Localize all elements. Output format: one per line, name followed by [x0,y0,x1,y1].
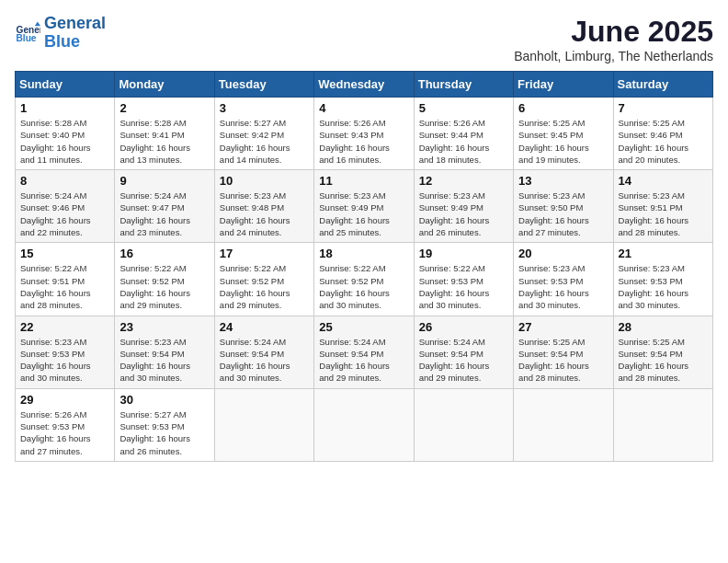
day-number: 6 [518,101,608,115]
day-number: 4 [319,101,408,115]
calendar-cell: 13Sunrise: 5:23 AM Sunset: 9:50 PM Dayli… [514,170,613,243]
day-info: Sunrise: 5:28 AM Sunset: 9:41 PM Dayligh… [119,117,209,166]
day-info: Sunrise: 5:22 AM Sunset: 9:51 PM Dayligh… [20,262,109,311]
day-number: 20 [518,247,608,260]
day-number: 8 [20,174,109,188]
day-number: 15 [20,247,109,260]
calendar-header-row: SundayMondayTuesdayWednesdayThursdayFrid… [16,72,713,98]
day-number: 21 [619,247,708,260]
day-info: Sunrise: 5:23 AM Sunset: 9:49 PM Dayligh… [419,190,508,238]
calendar-cell: 1Sunrise: 5:28 AM Sunset: 9:40 PM Daylig… [16,98,115,170]
day-number: 23 [119,320,209,334]
day-info: Sunrise: 5:23 AM Sunset: 9:54 PM Dayligh… [119,336,209,385]
calendar-cell: 21Sunrise: 5:23 AM Sunset: 9:53 PM Dayli… [613,243,712,316]
day-info: Sunrise: 5:22 AM Sunset: 9:52 PM Dayligh… [319,262,408,311]
day-info: Sunrise: 5:24 AM Sunset: 9:54 PM Dayligh… [220,336,309,385]
calendar-cell: 17Sunrise: 5:22 AM Sunset: 9:52 PM Dayli… [214,243,313,316]
calendar-cell: 22Sunrise: 5:23 AM Sunset: 9:53 PM Dayli… [16,316,115,388]
day-info: Sunrise: 5:25 AM Sunset: 9:45 PM Dayligh… [518,117,608,166]
calendar-cell: 8Sunrise: 5:24 AM Sunset: 9:46 PM Daylig… [16,170,115,243]
calendar-cell: 4Sunrise: 5:26 AM Sunset: 9:43 PM Daylig… [314,98,414,170]
day-info: Sunrise: 5:24 AM Sunset: 9:54 PM Dayligh… [419,336,508,385]
day-number: 26 [419,320,508,334]
day-info: Sunrise: 5:24 AM Sunset: 9:47 PM Dayligh… [119,190,209,238]
logo: General Blue GeneralBlue [15,15,106,52]
day-info: Sunrise: 5:26 AM Sunset: 9:43 PM Dayligh… [319,117,408,166]
calendar-cell [613,388,712,461]
calendar-cell: 27Sunrise: 5:25 AM Sunset: 9:54 PM Dayli… [514,316,613,388]
calendar-cell: 15Sunrise: 5:22 AM Sunset: 9:51 PM Dayli… [16,243,115,316]
day-number: 9 [119,174,209,188]
calendar-cell: 24Sunrise: 5:24 AM Sunset: 9:54 PM Dayli… [214,316,313,388]
calendar-cell: 10Sunrise: 5:23 AM Sunset: 9:48 PM Dayli… [214,170,313,243]
calendar-week-row: 22Sunrise: 5:23 AM Sunset: 9:53 PM Dayli… [16,316,713,388]
calendar-week-row: 29Sunrise: 5:26 AM Sunset: 9:53 PM Dayli… [16,388,713,461]
day-info: Sunrise: 5:28 AM Sunset: 9:40 PM Dayligh… [20,117,109,166]
day-info: Sunrise: 5:23 AM Sunset: 9:49 PM Dayligh… [319,190,408,238]
calendar-cell: 20Sunrise: 5:23 AM Sunset: 9:53 PM Dayli… [514,243,613,316]
calendar-cell: 25Sunrise: 5:24 AM Sunset: 9:54 PM Dayli… [314,316,414,388]
calendar-cell: 7Sunrise: 5:25 AM Sunset: 9:46 PM Daylig… [613,98,712,170]
month-title: June 2025 [514,15,713,49]
day-number: 3 [220,101,309,115]
day-info: Sunrise: 5:23 AM Sunset: 9:53 PM Dayligh… [619,262,708,311]
weekday-header: Saturday [613,72,712,98]
day-number: 13 [518,174,608,188]
day-info: Sunrise: 5:22 AM Sunset: 9:52 PM Dayligh… [119,262,209,311]
day-number: 30 [119,393,209,407]
day-number: 29 [20,393,109,407]
calendar-cell: 19Sunrise: 5:22 AM Sunset: 9:53 PM Dayli… [414,243,513,316]
day-info: Sunrise: 5:24 AM Sunset: 9:46 PM Dayligh… [20,190,109,238]
day-info: Sunrise: 5:26 AM Sunset: 9:53 PM Dayligh… [20,408,109,457]
svg-marker-2 [35,21,40,26]
day-info: Sunrise: 5:22 AM Sunset: 9:52 PM Dayligh… [220,262,309,311]
day-info: Sunrise: 5:25 AM Sunset: 9:54 PM Dayligh… [518,336,608,385]
day-info: Sunrise: 5:23 AM Sunset: 9:51 PM Dayligh… [619,190,708,238]
logo-icon: General Blue [15,20,40,46]
day-info: Sunrise: 5:27 AM Sunset: 9:42 PM Dayligh… [220,117,309,166]
day-number: 18 [319,247,408,260]
calendar-cell: 2Sunrise: 5:28 AM Sunset: 9:41 PM Daylig… [115,98,214,170]
calendar-cell: 14Sunrise: 5:23 AM Sunset: 9:51 PM Dayli… [613,170,712,243]
svg-text:Blue: Blue [17,33,37,43]
calendar-cell [514,388,613,461]
day-number: 12 [419,174,508,188]
calendar-cell: 16Sunrise: 5:22 AM Sunset: 9:52 PM Dayli… [115,243,214,316]
title-block: June 2025 Banholt, Limburg, The Netherla… [514,15,713,63]
calendar-cell: 28Sunrise: 5:25 AM Sunset: 9:54 PM Dayli… [613,316,712,388]
day-info: Sunrise: 5:22 AM Sunset: 9:53 PM Dayligh… [419,262,508,311]
day-info: Sunrise: 5:25 AM Sunset: 9:54 PM Dayligh… [619,336,708,385]
day-info: Sunrise: 5:23 AM Sunset: 9:50 PM Dayligh… [518,190,608,238]
day-number: 24 [220,320,309,334]
day-number: 27 [518,320,608,334]
calendar-cell: 30Sunrise: 5:27 AM Sunset: 9:53 PM Dayli… [115,388,214,461]
day-info: Sunrise: 5:25 AM Sunset: 9:46 PM Dayligh… [619,117,708,166]
day-number: 16 [119,247,209,260]
day-info: Sunrise: 5:23 AM Sunset: 9:53 PM Dayligh… [20,336,109,385]
weekday-header: Sunday [16,72,115,98]
calendar-cell: 9Sunrise: 5:24 AM Sunset: 9:47 PM Daylig… [115,170,214,243]
weekday-header: Monday [115,72,214,98]
day-number: 28 [619,320,708,334]
calendar-cell [414,388,513,461]
calendar-week-row: 15Sunrise: 5:22 AM Sunset: 9:51 PM Dayli… [16,243,713,316]
page-header: General Blue GeneralBlue June 2025 Banho… [15,15,713,63]
calendar-table: SundayMondayTuesdayWednesdayThursdayFrid… [15,71,713,462]
calendar-week-row: 8Sunrise: 5:24 AM Sunset: 9:46 PM Daylig… [16,170,713,243]
calendar-cell: 3Sunrise: 5:27 AM Sunset: 9:42 PM Daylig… [214,98,313,170]
weekday-header: Friday [514,72,613,98]
weekday-header: Wednesday [314,72,414,98]
calendar-cell: 11Sunrise: 5:23 AM Sunset: 9:49 PM Dayli… [314,170,414,243]
day-number: 2 [119,101,209,115]
day-number: 22 [20,320,109,334]
day-info: Sunrise: 5:27 AM Sunset: 9:53 PM Dayligh… [119,408,209,457]
day-number: 25 [319,320,408,334]
day-number: 14 [619,174,708,188]
day-info: Sunrise: 5:26 AM Sunset: 9:44 PM Dayligh… [419,117,508,166]
logo-text: GeneralBlue [44,15,106,52]
day-info: Sunrise: 5:23 AM Sunset: 9:48 PM Dayligh… [220,190,309,238]
calendar-cell: 12Sunrise: 5:23 AM Sunset: 9:49 PM Dayli… [414,170,513,243]
weekday-header: Thursday [414,72,513,98]
calendar-cell [214,388,313,461]
calendar-cell: 23Sunrise: 5:23 AM Sunset: 9:54 PM Dayli… [115,316,214,388]
